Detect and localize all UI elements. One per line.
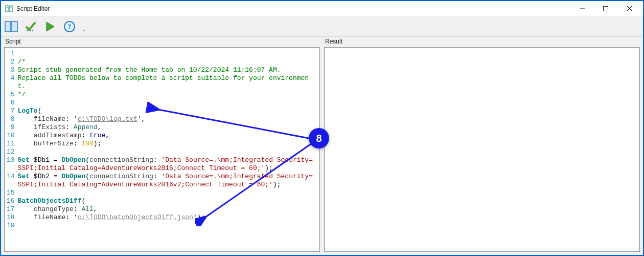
line-number: 2 <box>7 58 15 66</box>
code-line[interactable]: */ <box>18 91 316 99</box>
line-number: 14 <box>7 173 15 189</box>
callout-number: 8 <box>316 133 321 144</box>
code-line[interactable]: Script stub generated from the Home tab … <box>18 66 316 74</box>
svg-rect-5 <box>604 6 608 11</box>
code-line[interactable] <box>18 50 316 58</box>
code-line[interactable]: /* <box>18 58 316 66</box>
code-line[interactable]: Replace all TODOs below to complete a sc… <box>18 74 316 91</box>
code-line[interactable]: BatchObjectsDiff( <box>18 197 316 205</box>
code-line[interactable]: fileName: 'c:\TODO\log.txt', <box>18 115 316 123</box>
content-area: Script 12345678910111213141516171819 /*S… <box>1 37 643 255</box>
result-panel: Result <box>324 37 640 252</box>
line-number-gutter: 12345678910111213141516171819 <box>5 50 18 230</box>
script-panel-label: Script <box>4 37 320 47</box>
code-line[interactable]: bufferSize: 100); <box>18 140 316 148</box>
callout-badge: 8 <box>309 128 329 148</box>
svg-rect-9 <box>12 22 17 32</box>
minimize-button[interactable] <box>570 1 594 16</box>
code-line[interactable]: Set $Db2 = DbOpen(connectionString: 'Dat… <box>18 173 316 189</box>
svg-text:?: ? <box>68 23 72 31</box>
maximize-button[interactable] <box>594 1 617 16</box>
line-number: 11 <box>7 140 15 148</box>
run-button[interactable] <box>43 19 57 34</box>
line-number: 17 <box>7 205 15 214</box>
code-line[interactable]: Set $Db1 = DbOpen(connectionString: 'Dat… <box>18 156 316 173</box>
svg-rect-1 <box>10 6 12 12</box>
code-line[interactable]: ifExists: Append, <box>18 123 316 132</box>
line-number: 8 <box>7 115 15 123</box>
result-output[interactable] <box>324 47 640 252</box>
line-number: 16 <box>7 197 15 205</box>
toolbar: ? <box>1 16 643 37</box>
script-editor[interactable]: 12345678910111213141516171819 /*Script s… <box>4 47 320 252</box>
line-number: 4 <box>7 74 15 91</box>
line-number: 1 <box>7 50 15 58</box>
close-button[interactable] <box>617 1 641 16</box>
line-number: 10 <box>7 132 15 140</box>
app-icon <box>5 5 13 13</box>
line-number: 18 <box>7 214 15 222</box>
line-number: 12 <box>7 148 15 156</box>
window-title: Script Editor <box>16 5 50 12</box>
svg-point-12 <box>32 30 34 31</box>
svg-point-10 <box>27 30 29 31</box>
code-text[interactable]: /*Script stub generated from the Home ta… <box>18 50 319 230</box>
line-number: 9 <box>7 123 15 132</box>
toolbar-overflow-icon[interactable] <box>82 20 86 33</box>
script-panel: Script 12345678910111213141516171819 /*S… <box>4 37 320 252</box>
code-line[interactable] <box>18 99 316 107</box>
code-line[interactable]: fileName: 'c:\TODO\batchObjectsDiff.json… <box>18 214 316 222</box>
line-number: 5 <box>7 91 15 99</box>
validate-button[interactable] <box>24 19 38 34</box>
line-number: 19 <box>7 222 15 230</box>
help-button[interactable]: ? <box>62 19 77 34</box>
code-line[interactable] <box>18 222 316 230</box>
line-number: 7 <box>7 107 15 115</box>
code-line[interactable]: changeType: All, <box>18 205 316 214</box>
code-line[interactable] <box>18 189 316 197</box>
code-line[interactable]: LogTo( <box>18 107 316 115</box>
toggle-panels-button[interactable] <box>4 19 18 34</box>
titlebar: Script Editor <box>1 1 643 16</box>
code-line[interactable]: addTimestamp: true, <box>18 132 316 140</box>
svg-rect-8 <box>5 22 11 32</box>
result-panel-label: Result <box>324 37 640 47</box>
svg-rect-0 <box>6 6 8 12</box>
svg-point-11 <box>30 30 31 31</box>
line-number: 6 <box>7 99 15 107</box>
code-line[interactable] <box>18 148 316 156</box>
line-number: 15 <box>7 189 15 197</box>
line-number: 13 <box>7 156 15 173</box>
line-number: 3 <box>7 66 15 74</box>
